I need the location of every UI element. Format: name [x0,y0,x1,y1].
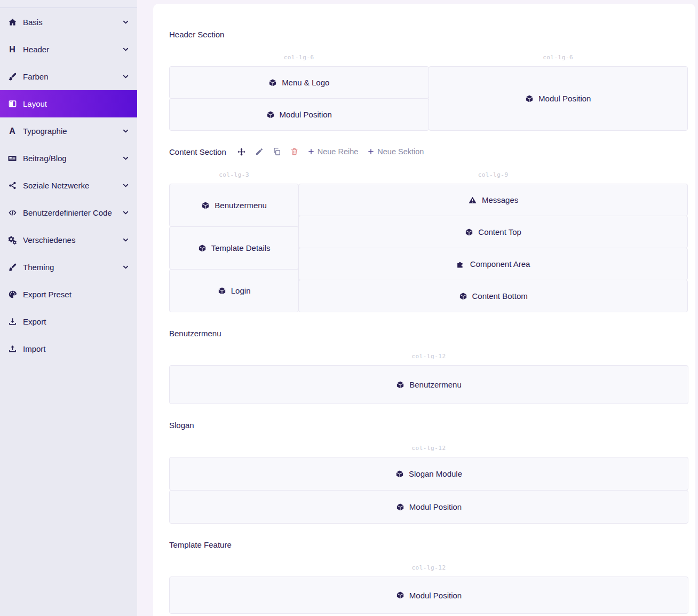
heading-icon: H [6,45,18,54]
copy-icon[interactable] [273,147,281,156]
new-row-button[interactable]: Neue Reihe [307,147,359,156]
module-cell-label: Component Area [470,259,530,268]
brush-icon [6,72,18,81]
section-toolbar: Neue Reihe Neue Sektion [237,147,424,156]
sidebar-item-label: Farben [23,72,122,81]
module-cell[interactable]: Content Top [298,216,688,248]
delete-icon[interactable] [290,147,298,156]
sidebar-item-layout[interactable]: Layout [0,90,137,117]
grid-column: col-lg-12 Benutzermenu [169,353,688,404]
module-cell[interactable]: Login [169,269,299,312]
section-slogan: Slogan col-lg-12 Slogan Module Modul Pos… [169,420,688,524]
sidebar-item-beitrag-blog[interactable]: Beitrag/Blog [0,145,137,172]
cube-icon [396,503,404,511]
column-size-label: col-lg-12 [169,564,688,572]
module-cell[interactable]: Component Area [298,248,688,280]
new-row-label: Neue Reihe [318,147,359,156]
home-icon [6,18,18,27]
sidebar-item-label: Import [23,344,130,353]
module-cell-label: Modul Position [280,110,332,119]
cogs-icon [6,235,18,245]
sidebar-item-header[interactable]: H Header [0,36,137,63]
module-cell[interactable]: Benutzermenu [169,184,299,227]
chevron-down-icon [122,209,130,217]
chevron-down-icon [122,127,130,135]
cube-icon [396,591,404,599]
column-size-label: col-lg-6 [169,54,429,61]
module-cell[interactable]: Menu & Logo [169,66,429,99]
cube-icon [266,110,275,119]
cube-icon [395,470,404,478]
grid-column: col-lg-3 Benutzermenu Template Details L… [169,171,299,312]
module-cell[interactable]: Slogan Module [169,457,688,491]
sidebar-item-label: Typographie [23,127,122,136]
module-cell-label: Messages [482,195,518,204]
chevron-down-icon [122,181,130,189]
new-section-button[interactable]: Neue Sektion [367,147,424,156]
module-cell[interactable]: Content Bottom [298,280,688,312]
sidebar-item-benutzerdefinierter-code[interactable]: Benutzerdefinierter Code [0,199,137,226]
module-cell[interactable]: Template Details [169,226,299,270]
section-header-section: Header Section col-lg-6 Menu & Logo Modu… [169,29,688,131]
cube-icon [268,78,277,87]
sidebar-item-theming[interactable]: Theming [0,254,137,281]
brush-icon [6,263,18,272]
module-cell-label: Content Top [478,227,521,236]
section-title: Slogan [169,421,194,430]
module-cell[interactable]: Modul Position [169,576,688,614]
sidebar: Basis H Header Farben Layout [0,0,137,616]
chevron-down-icon [122,45,130,53]
sidebar-item-export-preset[interactable]: Export Preset [0,281,137,308]
grid-column: col-lg-6 Modul Position [429,54,688,131]
module-cell-label: Modul Position [409,591,462,600]
section-title: Template Feature [169,540,232,549]
plus-icon [307,148,315,155]
module-cell-label: Benutzermenu [409,380,462,389]
sidebar-item-verschiedenes[interactable]: Verschiedenes [0,226,137,254]
column-size-label: col-lg-12 [169,445,688,452]
module-cell[interactable]: Modul Position [429,66,688,131]
puzzle-icon [456,259,465,268]
cube-icon [201,201,210,210]
chevron-down-icon [122,18,130,26]
grid-column: col-lg-12 Slogan Module Modul Position [169,445,688,524]
grid-column: col-lg-9 Messages Content Top Component … [298,171,688,312]
chevron-down-icon [122,263,130,271]
grid-column: col-lg-12 Modul Position [169,564,688,614]
chevron-down-icon [122,73,130,81]
move-icon[interactable] [237,147,246,156]
cube-icon [198,244,207,252]
sidebar-item-export[interactable]: Export [0,308,137,335]
module-cell-label: Slogan Module [409,469,462,478]
cube-icon [459,292,467,301]
module-cell[interactable]: Modul Position [169,490,688,524]
sidebar-item-label: Export Preset [23,290,130,299]
edit-icon[interactable] [255,147,264,156]
module-cell[interactable]: Messages [298,184,688,216]
sidebar-item-basis[interactable]: Basis [0,9,137,36]
sidebar-item-label: Beitrag/Blog [23,154,122,163]
sidebar-item-label: Export [23,317,130,326]
grid-column: col-lg-6 Menu & Logo Modul Position [169,54,429,131]
columns-icon [6,99,18,108]
sidebar-item-typographie[interactable]: A Typographie [0,117,137,145]
layout-builder-panel: Header Section col-lg-6 Menu & Logo Modu… [153,4,695,616]
sidebar-item-farben[interactable]: Farben [0,63,137,90]
sidebar-item-import[interactable]: Import [0,335,137,362]
sidebar-top-divider [0,0,137,8]
sidebar-item-soziale-netzwerke[interactable]: Soziale Netzwerke [0,172,137,199]
sidebar-item-label: Verschiedenes [23,235,122,244]
column-size-label: col-lg-6 [429,54,688,61]
newspaper-icon [6,154,18,163]
section-title: Header Section [169,30,224,39]
sidebar-item-label: Benutzerdefinierter Code [23,208,122,217]
section-title: Benutzermenu [169,329,221,338]
module-cell-label: Template Details [211,243,271,252]
module-cell[interactable]: Modul Position [169,98,429,131]
module-cell-label: Modul Position [538,94,591,103]
module-cell[interactable]: Benutzermenu [169,365,688,404]
font-icon: A [6,127,18,136]
sidebar-item-label: Theming [23,263,122,272]
sidebar-item-label: Header [23,45,122,54]
sidebar-item-label: Soziale Netzwerke [23,181,122,190]
